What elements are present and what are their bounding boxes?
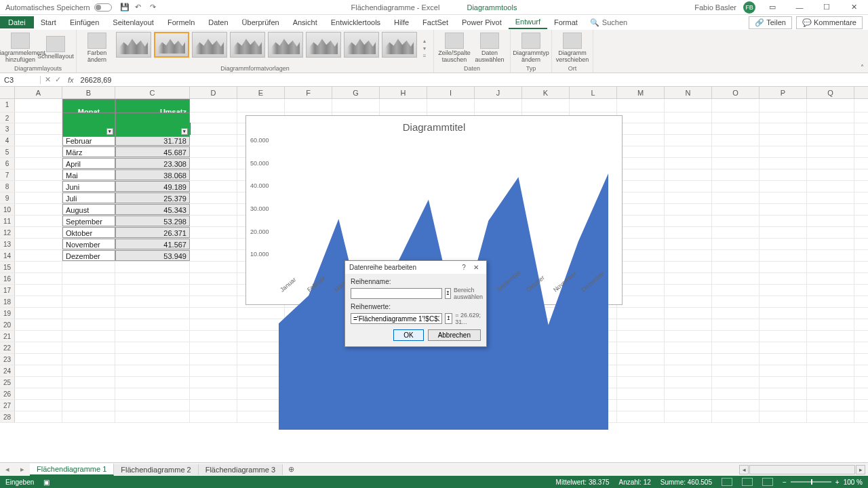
cell[interactable] xyxy=(15,308,62,319)
cell[interactable] xyxy=(617,158,665,169)
cell[interactable] xyxy=(15,365,62,376)
cell[interactable] xyxy=(237,342,285,353)
cell[interactable] xyxy=(712,388,760,399)
select-all-corner[interactable] xyxy=(0,87,15,98)
collapse-ribbon-icon[interactable]: ˄ xyxy=(856,30,868,73)
cell[interactable] xyxy=(712,181,760,192)
cell[interactable] xyxy=(190,99,237,112)
cell[interactable]: April xyxy=(62,158,115,169)
cell[interactable] xyxy=(190,123,237,134)
row-header[interactable]: 18 xyxy=(0,296,15,307)
macro-record-icon[interactable]: ▣ xyxy=(43,479,50,486)
cell[interactable] xyxy=(807,204,854,215)
cell[interactable] xyxy=(115,342,190,353)
cell[interactable] xyxy=(712,296,760,307)
cell[interactable] xyxy=(115,273,190,284)
cell[interactable] xyxy=(760,250,807,261)
formula-input[interactable]: 26628,69 xyxy=(77,76,116,84)
dialog-close-icon[interactable]: ✕ xyxy=(470,264,482,271)
cell[interactable] xyxy=(15,99,62,112)
cell[interactable] xyxy=(712,331,760,342)
cell[interactable] xyxy=(115,308,190,319)
cell[interactable] xyxy=(617,227,665,238)
cell[interactable] xyxy=(760,123,807,134)
tab-start[interactable]: Start xyxy=(34,16,63,28)
cell[interactable] xyxy=(237,388,285,399)
cell[interactable] xyxy=(712,285,760,296)
cell[interactable] xyxy=(617,319,665,330)
col-header[interactable]: D xyxy=(190,87,237,98)
sheet-nav-prev-icon[interactable]: ◂ xyxy=(0,465,15,474)
zoom-out-icon[interactable]: − xyxy=(783,479,787,486)
cell[interactable] xyxy=(807,319,854,330)
cell[interactable] xyxy=(712,99,760,112)
cell[interactable] xyxy=(665,285,712,296)
cell[interactable] xyxy=(760,308,807,319)
chart-plot-area[interactable]: 10.00020.00030.00040.00050.00060.000 xyxy=(279,140,608,277)
cell[interactable] xyxy=(190,400,237,411)
row-header[interactable]: 8 xyxy=(0,181,15,192)
row-header[interactable]: 12 xyxy=(0,227,15,238)
move-chart-button[interactable]: Diagramm verschieben xyxy=(556,32,589,64)
scroll-right-icon[interactable]: ▸ xyxy=(856,465,865,474)
cell[interactable] xyxy=(15,388,62,399)
cell[interactable] xyxy=(665,400,712,411)
cell[interactable] xyxy=(190,146,237,157)
comments-button[interactable]: 💬 Kommentare xyxy=(796,16,863,29)
redo-icon[interactable]: ↷ xyxy=(150,3,159,12)
cell[interactable] xyxy=(712,319,760,330)
cell[interactable]: August xyxy=(62,204,115,215)
cell[interactable] xyxy=(332,99,380,112)
cell[interactable] xyxy=(760,388,807,399)
cell[interactable]: Juni xyxy=(62,181,115,192)
cell[interactable] xyxy=(617,135,665,146)
tab-format[interactable]: Format xyxy=(547,16,585,28)
view-pagelayout-icon[interactable] xyxy=(742,478,753,486)
cell[interactable] xyxy=(617,113,665,123)
cell[interactable] xyxy=(712,192,760,203)
cell[interactable] xyxy=(665,354,712,365)
cell[interactable] xyxy=(617,123,665,134)
cell[interactable] xyxy=(760,113,807,123)
quick-layout-button[interactable]: Schnelllayout xyxy=(39,32,72,64)
cell[interactable] xyxy=(807,181,854,192)
cell[interactable] xyxy=(617,296,665,307)
cell[interactable] xyxy=(15,411,62,422)
col-header[interactable]: H xyxy=(380,87,427,98)
cell[interactable]: ▾ xyxy=(115,113,190,137)
cell[interactable] xyxy=(807,308,854,319)
cell[interactable] xyxy=(190,113,237,123)
row-header[interactable]: 28 xyxy=(0,411,15,422)
cell[interactable] xyxy=(712,158,760,169)
cell[interactable] xyxy=(617,331,665,342)
cell[interactable] xyxy=(237,354,285,365)
cell[interactable] xyxy=(807,400,854,411)
cell[interactable] xyxy=(522,99,570,112)
cell[interactable] xyxy=(807,296,854,307)
cancel-formula-icon[interactable]: ✕ xyxy=(45,75,51,84)
cell[interactable] xyxy=(665,308,712,319)
view-pagebreak-icon[interactable] xyxy=(762,478,773,486)
cell[interactable] xyxy=(807,99,854,112)
gallery-up-icon[interactable]: ▴ xyxy=(420,38,429,44)
cell[interactable]: März xyxy=(62,146,115,157)
cell[interactable] xyxy=(285,99,332,112)
row-header[interactable]: 6 xyxy=(0,158,15,169)
chart-style-2[interactable] xyxy=(154,32,189,58)
cell[interactable] xyxy=(807,285,854,296)
cell[interactable] xyxy=(15,135,62,146)
cell[interactable] xyxy=(15,342,62,353)
cell[interactable] xyxy=(665,99,712,112)
cell[interactable] xyxy=(712,113,760,123)
row-header[interactable]: 13 xyxy=(0,239,15,249)
row-header[interactable]: 25 xyxy=(0,377,15,388)
cell[interactable] xyxy=(190,285,237,296)
cell[interactable] xyxy=(665,158,712,169)
col-header[interactable]: E xyxy=(237,87,285,98)
cell[interactable] xyxy=(807,113,854,123)
col-header[interactable]: L xyxy=(570,87,617,98)
cell[interactable] xyxy=(15,158,62,169)
cell[interactable] xyxy=(15,250,62,261)
cell[interactable] xyxy=(617,411,665,422)
row-header[interactable]: 19 xyxy=(0,308,15,319)
